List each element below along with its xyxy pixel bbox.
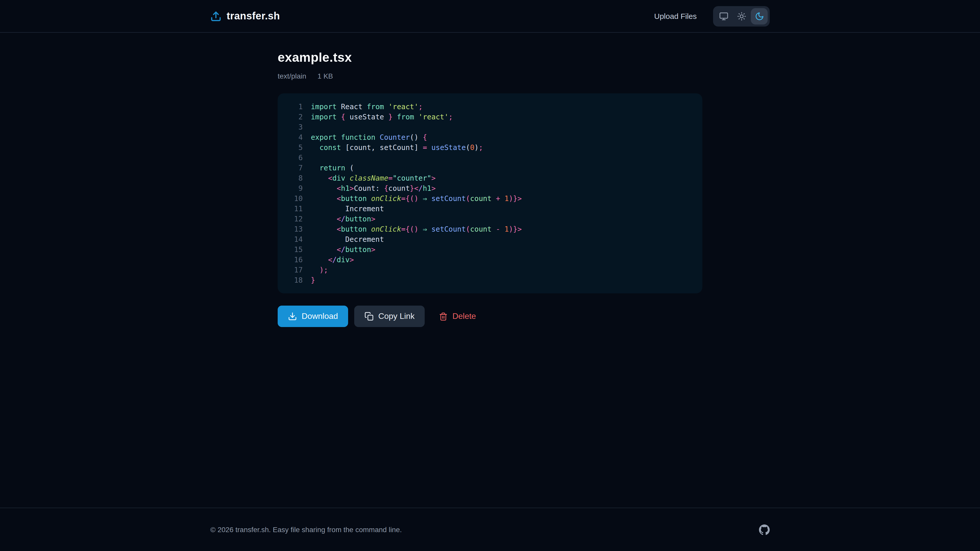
download-label: Download <box>302 312 338 321</box>
code-line-text: <button onClick={() ⇒ setCount(count - 1… <box>311 224 692 234</box>
line-number: 8 <box>288 173 303 183</box>
footer-copyright: © 2026 transfer.sh. Easy file sharing fr… <box>210 526 402 534</box>
delete-button[interactable]: Delete <box>431 306 484 327</box>
code-line-text <box>311 152 692 163</box>
brand-name: transfer.sh <box>227 10 280 22</box>
line-number: 17 <box>288 265 303 275</box>
moon-icon <box>755 11 764 21</box>
code-viewer: 1import React from 'react';2import { use… <box>278 94 702 293</box>
code-line-text: Decrement <box>311 234 692 245</box>
line-number: 18 <box>288 275 303 285</box>
github-icon <box>759 524 770 535</box>
nav-upload-files[interactable]: Upload Files <box>654 12 697 21</box>
code-line: 1import React from 'react'; <box>288 102 692 112</box>
code-line: 12 </button> <box>288 214 692 224</box>
code-line-text: const [count, setCount] = useState(0); <box>311 142 692 152</box>
line-number: 14 <box>288 234 303 245</box>
code-line-text: </button> <box>311 245 692 254</box>
code-line-text: <div className="counter"> <box>311 173 692 183</box>
line-number: 1 <box>288 102 303 112</box>
code-line: 9 <h1>Count: {count}</h1> <box>288 183 692 193</box>
monitor-icon <box>719 11 728 21</box>
code-line: 13 <button onClick={() ⇒ setCount(count … <box>288 224 692 234</box>
theme-toggle <box>713 6 770 26</box>
header: transfer.sh Upload Files <box>0 0 980 33</box>
code-line-text <box>311 122 692 132</box>
line-number: 16 <box>288 254 303 265</box>
copy-link-label: Copy Link <box>378 312 414 321</box>
line-number: 4 <box>288 132 303 142</box>
code-line-text: </div> <box>311 254 692 265</box>
line-number: 10 <box>288 193 303 203</box>
code-line: 14 Decrement <box>288 234 692 245</box>
code-line: 17 ); <box>288 265 692 275</box>
line-number: 9 <box>288 183 303 193</box>
code-line-text: <button onClick={() ⇒ setCount(count + 1… <box>311 193 692 203</box>
code-line: 6 <box>288 152 692 163</box>
code-line: 16 </div> <box>288 254 692 265</box>
github-link[interactable] <box>759 524 770 535</box>
theme-light-button[interactable] <box>733 8 750 24</box>
theme-dark-button[interactable] <box>751 8 768 24</box>
code-line: 8 <div className="counter"> <box>288 173 692 183</box>
code-line: 5 const [count, setCount] = useState(0); <box>288 142 692 152</box>
code-line-text: return ( <box>311 163 692 173</box>
code-line-text: Increment <box>311 203 692 214</box>
code-lines: 1import React from 'react';2import { use… <box>288 102 692 285</box>
code-line-text: export function Counter() { <box>311 132 692 142</box>
download-icon <box>288 312 297 321</box>
code-line: 3 <box>288 122 692 132</box>
theme-system-button[interactable] <box>715 8 732 24</box>
sun-icon <box>737 11 746 21</box>
code-line-text: import React from 'react'; <box>311 102 692 112</box>
code-line: 15 </button> <box>288 245 692 254</box>
delete-label: Delete <box>452 312 476 321</box>
page-root: transfer.sh Upload Files <box>0 0 980 551</box>
file-title: example.tsx <box>278 50 702 65</box>
line-number: 11 <box>288 203 303 214</box>
download-button[interactable]: Download <box>278 306 348 327</box>
code-line-text: ); <box>311 265 692 275</box>
code-line-text: <h1>Count: {count}</h1> <box>311 183 692 193</box>
code-line: 18} <box>288 275 692 285</box>
code-line: 7 return ( <box>288 163 692 173</box>
code-line: 10 <button onClick={() ⇒ setCount(count … <box>288 193 692 203</box>
line-number: 7 <box>288 163 303 173</box>
file-size: 1 KB <box>318 72 333 80</box>
line-number: 3 <box>288 122 303 132</box>
code-line-text: import { useState } from 'react'; <box>311 112 692 122</box>
code-line-text: } <box>311 275 692 285</box>
code-line-text: </button> <box>311 214 692 224</box>
upload-logo-icon <box>210 11 221 22</box>
file-meta: text/plain 1 KB <box>278 72 702 80</box>
code-line: 4export function Counter() { <box>288 132 692 142</box>
line-number: 6 <box>288 152 303 163</box>
footer: © 2026 transfer.sh. Easy file sharing fr… <box>0 508 980 551</box>
copy-link-button[interactable]: Copy Link <box>354 306 425 327</box>
line-number: 2 <box>288 112 303 122</box>
line-number: 15 <box>288 245 303 254</box>
line-number: 13 <box>288 224 303 234</box>
main-content: example.tsx text/plain 1 KB 1import Reac… <box>0 33 980 508</box>
line-number: 12 <box>288 214 303 224</box>
code-line: 2import { useState } from 'react'; <box>288 112 692 122</box>
file-actions: Download Copy Link <box>278 306 702 327</box>
copy-icon <box>364 312 374 321</box>
file-mime: text/plain <box>278 72 306 80</box>
code-line: 11 Increment <box>288 203 692 214</box>
brand-logo[interactable]: transfer.sh <box>210 10 280 22</box>
trash-icon <box>439 312 448 321</box>
line-number: 5 <box>288 142 303 152</box>
